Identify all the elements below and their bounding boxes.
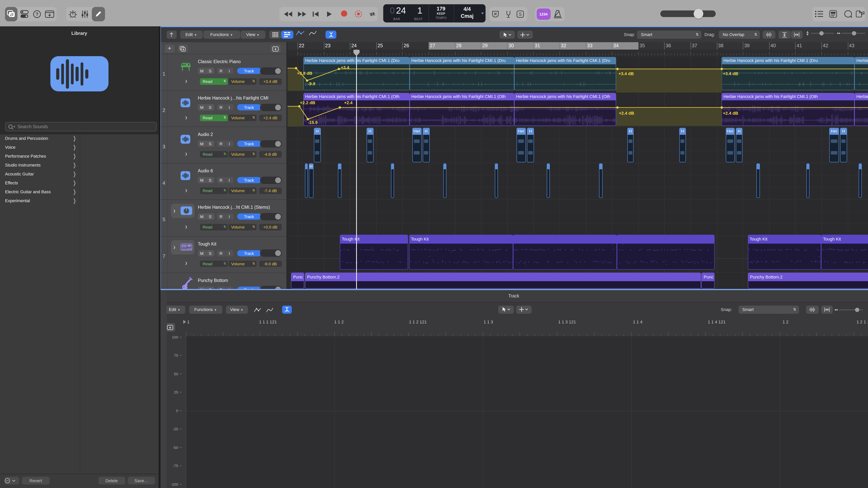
svg-text:S: S bbox=[519, 12, 522, 17]
svg-text:?: ? bbox=[36, 11, 38, 17]
